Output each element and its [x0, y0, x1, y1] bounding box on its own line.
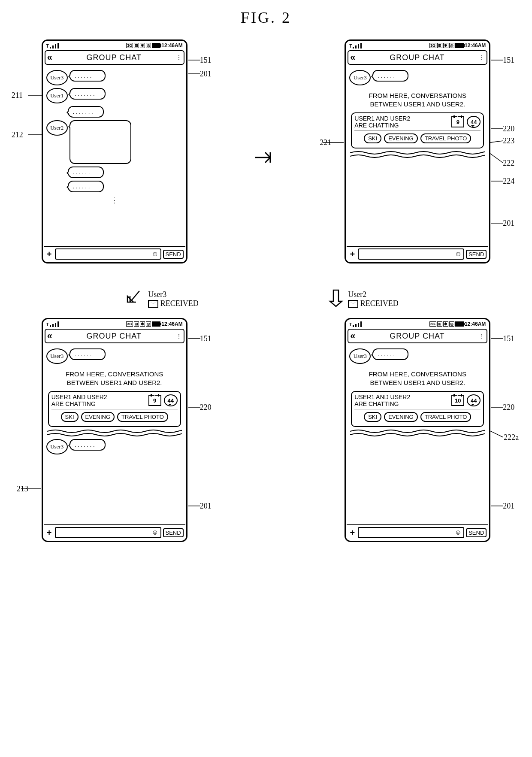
info-banner: FROM HERE, CONVERSATIONS BETWEEN USER1 A… — [349, 88, 486, 112]
calendar-icon[interactable]: 10 — [451, 395, 464, 406]
add-icon[interactable]: + — [348, 249, 356, 259]
callout-213: 213 — [17, 484, 28, 494]
callout-201: 201 — [503, 502, 514, 511]
tag-row: SKI EVENING TRAVEL PHOTO — [51, 409, 178, 424]
text-input[interactable]: ☺ — [55, 248, 161, 260]
menu-icon[interactable]: ⋮ — [176, 335, 182, 337]
signal-icon: T — [349, 321, 362, 327]
wave-divider — [350, 429, 485, 436]
status-bar: T 3G ⊞ ✱ ◎ 12:46AM — [44, 320, 185, 328]
phone-screen-d: T 3G ⊞ ✱ ◎ 12:46AM « GROUP CHAT ⋮ — [345, 318, 490, 542]
text-input[interactable]: ☺ — [55, 527, 161, 538]
tag-evening[interactable]: EVENING — [384, 412, 418, 422]
summary-box[interactable]: USER1 AND USER2 ARE CHATTING 9 44 SKI EV… — [48, 391, 181, 427]
send-button[interactable]: SEND — [466, 528, 487, 537]
avatar-user3[interactable]: User3 — [46, 348, 68, 364]
ellipsis-icon: ... — [46, 195, 183, 203]
battery-icon — [455, 321, 464, 327]
info-banner: FROM HERE, CONVERSATIONS BETWEEN USER1 A… — [349, 366, 486, 390]
calendar-icon[interactable]: 9 — [451, 116, 464, 127]
status-icon: 3G — [429, 43, 436, 48]
callout-220: 220 — [503, 403, 514, 412]
title-bar: « GROUP CHAT ⋮ — [45, 329, 184, 343]
menu-icon[interactable]: ⋮ — [479, 335, 485, 337]
avatar-user2[interactable]: User2 — [46, 120, 68, 136]
message-row: User2 — [46, 120, 183, 164]
avatar-user3[interactable]: User3 — [46, 70, 68, 85]
message-bubble: . . . . . . — [68, 167, 104, 178]
tag-ski[interactable]: SKI — [364, 412, 381, 422]
summary-text: USER1 AND USER2 ARE CHATTING — [354, 115, 410, 129]
calendar-icon[interactable]: 9 — [148, 395, 161, 406]
emoji-icon[interactable]: ☺ — [455, 250, 462, 258]
transition-user3: User3 RECEIVED — [125, 288, 199, 309]
envelope-icon — [148, 300, 158, 308]
tag-travel-photo[interactable]: TRAVEL PHOTO — [117, 412, 168, 422]
count-bubble-icon[interactable]: 44 — [164, 394, 178, 406]
count-bubble-icon[interactable]: 44 — [467, 116, 481, 128]
wave-divider — [350, 150, 485, 158]
status-icon: 3G — [126, 321, 133, 327]
chat-area: User3 . . . . . . FROM HERE, CONVERSATIO… — [44, 344, 185, 524]
avatar-user3[interactable]: User3 — [349, 348, 371, 364]
envelope-icon — [348, 300, 358, 308]
emoji-icon[interactable]: ☺ — [151, 250, 158, 258]
phone-screen-c: T 3G ⊞ ✱ ◎ 12:46AM « GROUP CHAT ⋮ — [42, 318, 187, 542]
status-icon: ◎ — [146, 43, 151, 48]
message-bubble: . . . . . . . — [68, 106, 104, 118]
send-button[interactable]: SEND — [466, 250, 487, 259]
emoji-icon[interactable]: ☺ — [455, 529, 462, 536]
menu-icon[interactable]: ⋮ — [479, 56, 485, 59]
callout-151: 151 — [200, 56, 212, 65]
menu-icon[interactable]: ⋮ — [176, 56, 182, 59]
avatar-user3[interactable]: User3 — [349, 70, 371, 85]
back-icon[interactable]: « — [47, 52, 52, 63]
tag-evening[interactable]: EVENING — [81, 412, 115, 422]
callout-201: 201 — [200, 502, 212, 511]
tag-evening[interactable]: EVENING — [384, 133, 418, 143]
add-icon[interactable]: + — [45, 528, 53, 538]
status-icon: ⊞ — [134, 321, 139, 327]
count-bubble-icon[interactable]: 44 — [467, 394, 481, 406]
tag-travel-photo[interactable]: TRAVEL PHOTO — [420, 412, 472, 422]
send-button[interactable]: SEND — [163, 250, 184, 259]
summary-box[interactable]: USER1 AND USER2 ARE CHATTING 10 44 SKI E… — [351, 391, 484, 427]
callout-222: 222 — [503, 159, 514, 168]
text-input[interactable]: ☺ — [358, 248, 464, 260]
text-input[interactable]: ☺ — [358, 527, 464, 538]
chat-area: User3 . . . . . . FROM HERE, CONVERSATIO… — [347, 66, 488, 246]
callout-212: 212 — [12, 130, 23, 139]
status-icon: ⊞ — [134, 43, 139, 48]
callout-211: 211 — [12, 91, 23, 100]
callout-151: 151 — [503, 56, 514, 65]
transition-user2: User2 RECEIVED — [328, 288, 399, 309]
back-icon[interactable]: « — [47, 330, 52, 342]
message-row: . . . . . . — [68, 181, 183, 192]
message-row: User3 . . . . . . — [46, 348, 183, 364]
back-icon[interactable]: « — [350, 52, 355, 63]
message-row: User3 . . . . . . — [349, 70, 486, 85]
svg-line-7 — [490, 141, 503, 142]
summary-box[interactable]: USER1 AND USER2 ARE CHATTING 9 44 SKI EV… — [351, 112, 484, 148]
arrow-right-icon — [253, 147, 279, 173]
status-time: 12:46AM — [161, 42, 182, 48]
status-icon: 3G — [126, 43, 133, 48]
callout-201: 201 — [200, 70, 212, 79]
avatar-user1[interactable]: User1 — [46, 88, 68, 103]
add-icon[interactable]: + — [45, 249, 53, 259]
send-button[interactable]: SEND — [163, 528, 184, 537]
message-row: User1 . . . . . . . — [46, 88, 183, 103]
callout-151: 151 — [503, 334, 514, 343]
title-text: GROUP CHAT — [356, 53, 479, 62]
back-icon[interactable]: « — [350, 330, 355, 342]
signal-icon: T — [46, 321, 59, 327]
status-time: 12:46AM — [465, 42, 486, 48]
svg-line-17 — [490, 424, 503, 437]
tag-ski[interactable]: SKI — [364, 133, 381, 143]
avatar-user3[interactable]: User3 — [46, 439, 68, 454]
tag-travel-photo[interactable]: TRAVEL PHOTO — [420, 133, 472, 143]
tag-ski[interactable]: SKI — [61, 412, 79, 422]
add-icon[interactable]: + — [348, 528, 356, 538]
emoji-icon[interactable]: ☺ — [151, 529, 158, 536]
message-row: User3 . . . . . . — [349, 348, 486, 364]
